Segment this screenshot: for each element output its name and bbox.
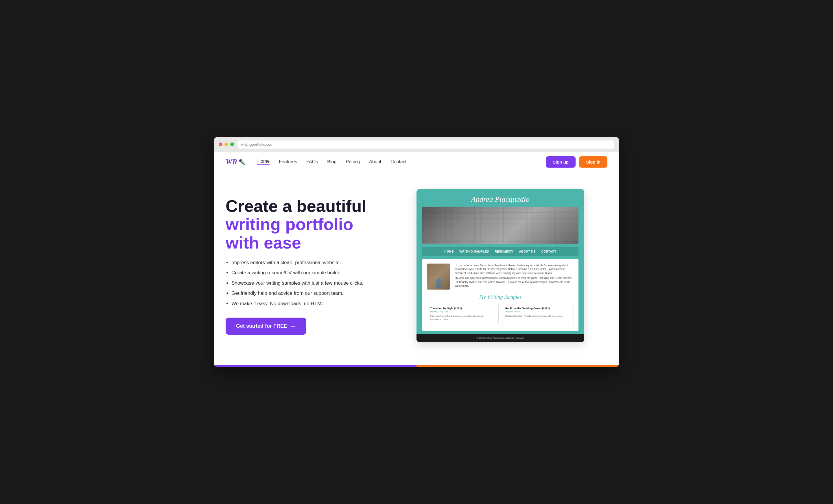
- hero-title: Create a beautiful writing portfolio wit…: [225, 197, 399, 252]
- nav-contact[interactable]: Contact: [390, 159, 406, 165]
- portfolio-preview: Andrea Piacquadio HOME WRITING SAMPLES R…: [416, 189, 584, 342]
- portfolio-header: Andrea Piacquadio: [416, 189, 584, 207]
- hero-title-line1: Create a beautiful: [225, 197, 366, 215]
- profile-bio: Hi, my name is Laura Davis. I'm a San An…: [455, 263, 574, 289]
- pen-icon: ✒️: [238, 158, 245, 165]
- signup-button[interactable]: Sign up: [546, 156, 576, 168]
- sample-1-title: The Moon by Night (2022): [430, 307, 496, 310]
- sample-2-author: Imogen Bruen: [505, 310, 571, 313]
- nav-blog[interactable]: Blog: [327, 159, 336, 165]
- logo[interactable]: WR ✒️: [225, 157, 245, 166]
- sample-1-desc: Fugit asperiores fuga. Inventore repudia…: [430, 314, 496, 321]
- traffic-lights: [219, 143, 234, 146]
- portfolio-nav-writing[interactable]: WRITING SAMPLES: [459, 250, 489, 253]
- sample-card-2: Far From the Madding Crowd (2022) Imogen…: [502, 304, 574, 324]
- hero-title-line3: with ease: [225, 233, 301, 252]
- hero-section: Create a beautiful writing portfolio wit…: [214, 172, 619, 365]
- bullet-1: Impress editors with a clean, profession…: [231, 259, 399, 267]
- portfolio-body: Hi, my name is Laura Davis. I'm a San An…: [422, 259, 578, 331]
- writing-samples-grid: The Moon by Night (2022) Master Cody Hal…: [427, 304, 574, 324]
- close-button[interactable]: [219, 143, 222, 146]
- portfolio-footer: © 2022 Andrea Piacquadio. All rights res…: [416, 334, 584, 342]
- address-text: writingportfolio.com: [241, 142, 273, 147]
- minimize-button[interactable]: [224, 143, 228, 146]
- hero-left: Create a beautiful writing portfolio wit…: [225, 197, 399, 335]
- profile-image: [427, 263, 450, 289]
- bullet-5: We make it easy. No downloads, no HTML.: [231, 300, 399, 307]
- hero-bullets: Impress editors with a clean, profession…: [225, 259, 399, 307]
- bio-paragraph-1: Hi, my name is Laura Davis. I'm a San An…: [455, 263, 574, 275]
- signin-button[interactable]: Sign in: [579, 156, 608, 168]
- navbar: WR ✒️ Home Features FAQs Blog Pricing Ab…: [214, 152, 619, 172]
- nav-home[interactable]: Home: [257, 159, 269, 165]
- portfolio-nav: HOME WRITING SAMPLES RÉSUMÉ/CV ABOUT ME …: [422, 247, 578, 256]
- nav-about[interactable]: About: [369, 159, 381, 165]
- bullet-3: Showcase your writing samples with just …: [231, 279, 399, 287]
- hero-title-line2: writing portfolio: [225, 215, 353, 233]
- sample-2-title: Far From the Madding Crowd (2022): [505, 307, 571, 310]
- sample-1-author: Master Cody Hall: [430, 310, 496, 313]
- cta-button[interactable]: Get started for FREE →: [225, 318, 306, 335]
- nav-actions: Sign up Sign in: [546, 156, 608, 168]
- footer-copyright: © 2022 Andrea Piacquadio. All rights res…: [420, 337, 581, 339]
- portfolio-nav-home[interactable]: HOME: [445, 250, 454, 253]
- portfolio-nav-about[interactable]: ABOUT ME: [519, 250, 536, 253]
- nav-features[interactable]: Features: [279, 159, 297, 165]
- nav-faqs[interactable]: FAQs: [306, 159, 318, 165]
- writing-samples-title: My Writing Samples: [427, 294, 574, 300]
- bullet-4: Get friendly help and advice from our su…: [231, 289, 399, 297]
- portfolio-nav-resume[interactable]: RÉSUMÉ/CV: [495, 250, 514, 253]
- cta-label: Get started for FREE: [236, 323, 287, 329]
- address-bar[interactable]: writingportfolio.com: [237, 141, 614, 149]
- portfolio-hero-image: [422, 207, 578, 244]
- browser-chrome: writingportfolio.com: [214, 137, 619, 152]
- bullet-2: Create a writing résumé/CV with our simp…: [231, 269, 399, 277]
- hero-right: Andrea Piacquadio HOME WRITING SAMPLES R…: [416, 189, 584, 342]
- browser-window: writingportfolio.com WR ✒️ Home Features…: [214, 137, 619, 367]
- sample-2-desc: Est nisi distinctio. Repellendus magni e…: [505, 314, 571, 318]
- portfolio-profile: Hi, my name is Laura Davis. I'm a San An…: [427, 263, 574, 289]
- page-content: WR ✒️ Home Features FAQs Blog Pricing Ab…: [214, 152, 619, 367]
- nav-pricing[interactable]: Pricing: [346, 159, 360, 165]
- portfolio-nav-contact[interactable]: CONTACT: [542, 250, 556, 253]
- maximize-button[interactable]: [230, 143, 234, 146]
- bio-paragraph-2: My work has appeared in newspapers and m…: [455, 276, 574, 288]
- nav-links: Home Features FAQs Blog Pricing About Co…: [257, 159, 546, 165]
- bottom-stripe: [214, 365, 619, 367]
- logo-text: WR: [225, 157, 237, 166]
- sample-card-1: The Moon by Night (2022) Master Cody Hal…: [427, 304, 499, 324]
- portfolio-author-name: Andrea Piacquadio: [422, 195, 578, 204]
- arrow-icon: →: [290, 323, 296, 329]
